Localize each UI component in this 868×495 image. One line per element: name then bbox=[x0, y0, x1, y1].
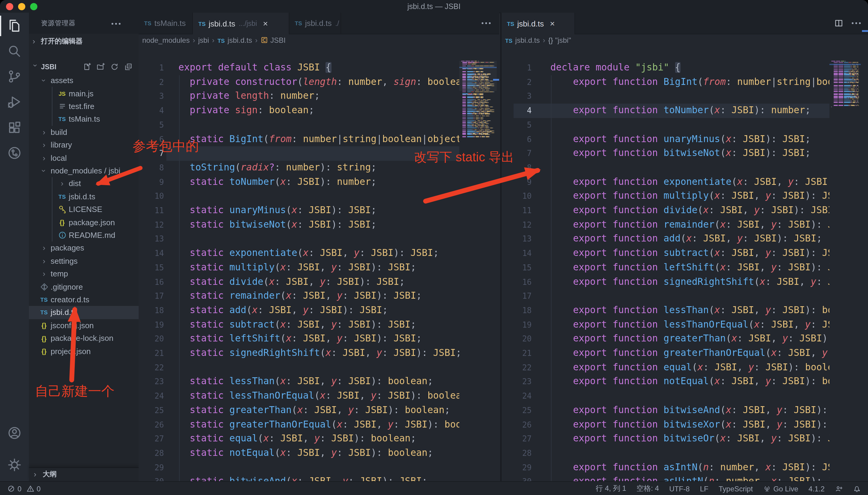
code-line: 22 export function equal(x: JSBI, y: JSB… bbox=[502, 360, 830, 375]
close-tab-icon[interactable]: × bbox=[550, 19, 555, 28]
new-folder-icon[interactable] bbox=[96, 63, 105, 71]
tab-jsbi.d.ts[interactable]: TS jsbi.d.ts./ bbox=[289, 13, 341, 34]
tree-item-label: settings bbox=[51, 257, 78, 266]
tree-item-.gitignore[interactable]: .gitignore bbox=[29, 280, 138, 293]
code-line: 18 export function lessThan(x: JSBI, y: … bbox=[502, 304, 830, 318]
tree-item-node_modules-jsbi[interactable]: › node_modules / jsbi bbox=[29, 165, 138, 177]
tree-item-assets[interactable]: › assets bbox=[29, 74, 138, 87]
tree-item-README.md[interactable]: README.md bbox=[29, 229, 138, 242]
editor-more-actions-icon[interactable] bbox=[852, 22, 861, 24]
problems-indicator[interactable]: 0 0 bbox=[7, 484, 41, 493]
code-line: 13 export function add(x: JSBI, y: JSBI)… bbox=[502, 232, 830, 246]
search-icon[interactable] bbox=[0, 38, 29, 64]
eol-setting[interactable]: LF bbox=[700, 484, 708, 493]
file-encoding[interactable]: UTF-8 bbox=[669, 484, 690, 493]
breadcrumb-item[interactable]: TS jsbi.d.ts bbox=[505, 36, 540, 45]
code-line: 24 bbox=[502, 389, 830, 403]
breadcrumb-separator: › bbox=[255, 36, 257, 45]
indentation-setting[interactable]: 空格: 4 bbox=[637, 483, 659, 494]
tree-item-temp[interactable]: › temp bbox=[29, 267, 138, 280]
tree-item-label: build bbox=[51, 128, 67, 137]
overview-ruler-cursor-marker bbox=[862, 30, 868, 32]
code-line: 28 static notEqual(x: JSBI, y: JSBI): bo… bbox=[138, 446, 459, 460]
tree-item-package-lock.json[interactable]: {} package-lock.json bbox=[29, 332, 138, 345]
breadcrumb[interactable]: node_modules›jsbi›TS jsbi.d.ts› JSBI bbox=[142, 34, 286, 47]
tab-jsbi.d.ts[interactable]: TS jsbi.d.ts× bbox=[502, 13, 575, 34]
code-area[interactable]: 1 export default class JSBI {2 private c… bbox=[138, 61, 459, 481]
run-debug-icon[interactable] bbox=[0, 89, 29, 115]
code-line: 18 static add(x: JSBI, y: JSBI): JSBI; bbox=[138, 304, 459, 318]
collapse-all-icon[interactable] bbox=[124, 63, 133, 71]
outline-section[interactable]: › 大纲 bbox=[29, 467, 138, 480]
ts-file-icon: TS bbox=[507, 20, 514, 27]
breadcrumb-item[interactable]: {} "jsbi" bbox=[548, 36, 571, 45]
tree-item-test.fire[interactable]: test.fire bbox=[29, 100, 138, 113]
close-tab-icon[interactable]: × bbox=[263, 19, 268, 28]
code-line: 1 export default class JSBI { bbox=[138, 61, 459, 75]
chevron-right-icon: › bbox=[33, 36, 38, 46]
code-line: 6 export function unaryMinus(x: JSBI): J… bbox=[502, 132, 830, 146]
sidebar-header: 资源管理器 bbox=[29, 13, 138, 34]
open-editors-section[interactable]: › 打开的编辑器 bbox=[29, 34, 138, 48]
tree-item-main.js[interactable]: JS main.js bbox=[29, 87, 138, 100]
ts-file-icon: TS bbox=[144, 20, 151, 27]
sidebar-more-actions-icon[interactable] bbox=[112, 23, 120, 25]
refresh-icon[interactable] bbox=[110, 63, 119, 71]
code-line: 8 bbox=[502, 161, 830, 175]
window-title: jsbi.d.ts — JSBI bbox=[0, 2, 868, 11]
extension-version[interactable]: 4.1.2 bbox=[809, 484, 824, 493]
explorer-icon[interactable] bbox=[0, 13, 29, 38]
tree-item-local[interactable]: › local bbox=[29, 151, 138, 165]
chevron-right-icon: › bbox=[34, 470, 40, 479]
cursor-position[interactable]: 行 4, 列 1 bbox=[595, 483, 626, 494]
breadcrumb-item[interactable]: TS jsbi.d.ts bbox=[218, 36, 252, 45]
accounts-icon[interactable] bbox=[0, 420, 29, 446]
feedback-icon[interactable] bbox=[835, 485, 843, 493]
breadcrumb-item[interactable]: jsbi bbox=[198, 36, 209, 45]
tree-item-library[interactable]: › library bbox=[29, 138, 138, 151]
source-control-icon[interactable] bbox=[0, 64, 29, 89]
split-editor-icon[interactable] bbox=[834, 19, 843, 28]
project-section-header[interactable]: › JSBI bbox=[29, 60, 138, 73]
breadcrumb[interactable]: TS jsbi.d.ts›{} "jsbi" bbox=[505, 34, 571, 47]
code-area[interactable]: 1 declare module "jsbi" {2 export functi… bbox=[502, 61, 830, 481]
code-line: 3 bbox=[502, 89, 830, 104]
code-line: 12 static bitwiseNot(x: JSBI): JSBI; bbox=[138, 218, 459, 232]
tree-item-jsbi.d.ts[interactable]: TS jsbi.d.ts bbox=[29, 306, 138, 319]
tree-item-creator.d.ts[interactable]: TS creator.d.ts bbox=[29, 293, 138, 306]
error-icon bbox=[7, 485, 15, 493]
tree-item-packages[interactable]: › packages bbox=[29, 241, 138, 254]
tree-item-tsMain.ts[interactable]: TS tsMain.ts bbox=[29, 113, 138, 125]
project-manager-icon[interactable] bbox=[0, 140, 29, 166]
code-line: 20 export function greaterThan(x: JSBI, … bbox=[502, 332, 830, 346]
minimap-slider[interactable] bbox=[459, 61, 497, 91]
open-editors-label: 打开的编辑器 bbox=[41, 36, 83, 46]
tree-item-project.json[interactable]: {} project.json bbox=[29, 345, 138, 358]
settings-gear-icon[interactable] bbox=[0, 452, 29, 477]
new-file-icon[interactable] bbox=[83, 63, 91, 71]
editor-more-actions-icon[interactable] bbox=[481, 22, 491, 24]
go-live-button[interactable]: Go Live bbox=[763, 484, 798, 493]
tree-item-jsconfig.json[interactable]: {} jsconfig.json bbox=[29, 319, 138, 332]
tab-tsMain.ts[interactable]: TS tsMain.ts bbox=[138, 13, 193, 34]
code-line: 4 private sign: boolean; bbox=[138, 104, 459, 118]
code-line: 24 static lessThanOrEqual(x: JSBI, y: JS… bbox=[138, 389, 459, 403]
tree-item-dist[interactable]: › dist bbox=[29, 177, 138, 190]
minimap[interactable] bbox=[830, 61, 861, 493]
extensions-icon[interactable] bbox=[0, 115, 29, 140]
breadcrumb-item[interactable]: JSBI bbox=[260, 36, 285, 45]
code-line: 12 export function remainder(x: JSBI, y:… bbox=[502, 218, 830, 232]
minimap[interactable] bbox=[459, 61, 497, 493]
tree-item-LICENSE[interactable]: LICENSE bbox=[29, 203, 138, 216]
tree-item-build[interactable]: › build bbox=[29, 125, 138, 138]
code-line: 21 export function greaterThanOrEqual(x:… bbox=[502, 346, 830, 360]
tree-item-settings[interactable]: › settings bbox=[29, 254, 138, 267]
tree-item-jsbi.d.ts[interactable]: TS jsbi.d.ts bbox=[29, 190, 138, 203]
tab-label: tsMain.ts bbox=[154, 19, 186, 28]
language-mode[interactable]: TypeScript bbox=[719, 484, 753, 493]
breadcrumb-item[interactable]: node_modules bbox=[142, 36, 190, 45]
breadcrumb-separator: › bbox=[193, 36, 195, 45]
tab-jsbi.d.ts[interactable]: TS jsbi.d.ts.../jsbi× bbox=[193, 13, 289, 34]
tree-item-package.json[interactable]: {} package.json bbox=[29, 216, 138, 229]
notifications-bell-icon[interactable] bbox=[853, 485, 861, 493]
